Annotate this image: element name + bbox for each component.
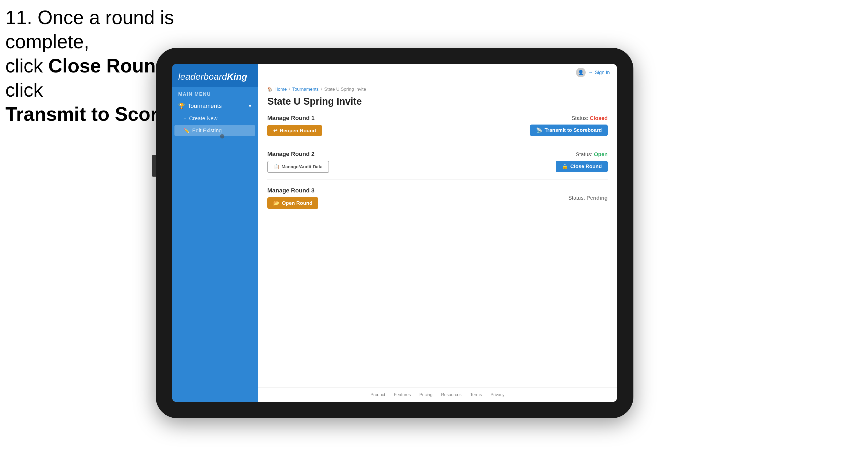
- round-3-status: Status: Pending: [568, 195, 608, 201]
- breadcrumb: 🏠 Home / Tournaments / State U Spring In…: [267, 87, 608, 92]
- round-1-right: Status: Closed 📡 Transmit to Scoreboard: [530, 115, 608, 136]
- open-icon: 📂: [273, 200, 280, 206]
- chevron-down-icon: ▾: [249, 103, 251, 109]
- footer-resources[interactable]: Resources: [441, 393, 461, 397]
- sign-in-button[interactable]: → Sign In: [588, 70, 610, 75]
- instruction-bold1: Close Round: [48, 55, 167, 76]
- main-content: 👤 → Sign In 🏠 Home / Tournaments / State…: [258, 64, 617, 402]
- round-2-right: Status: Open 🔒 Close Round: [556, 151, 608, 172]
- footer-privacy[interactable]: Privacy: [490, 393, 504, 397]
- round-1-title: Manage Round 1: [267, 115, 322, 122]
- nav-create-new-label: Create New: [189, 116, 218, 122]
- footer-terms[interactable]: Terms: [470, 393, 482, 397]
- footer: Product Features Pricing Resources Terms…: [258, 387, 617, 402]
- main-menu-label: MAIN MENU: [172, 87, 258, 99]
- reopen-round-button[interactable]: ↩ Reopen Round: [267, 125, 322, 136]
- home-icon: 🏠: [267, 87, 272, 92]
- transmit-scoreboard-label: Transmit to Scoreboard: [545, 127, 602, 133]
- manage-audit-button[interactable]: 📋 Manage/Audit Data: [267, 161, 329, 173]
- round-3-status-label: Status:: [568, 195, 585, 201]
- top-bar: 👤 → Sign In: [258, 64, 617, 81]
- logo: leaderboardKing: [178, 71, 251, 82]
- logo-area: leaderboardKing: [172, 64, 258, 87]
- round-1-status-value: Closed: [590, 115, 608, 121]
- trophy-icon: 🏆: [178, 103, 185, 109]
- instruction-line1: 11. Once a round is complete,: [5, 7, 174, 52]
- audit-icon: 📋: [274, 164, 279, 169]
- round-3-section: Manage Round 3 📂 Open Round Status: Pend…: [267, 187, 608, 215]
- breadcrumb-tournaments[interactable]: Tournaments: [292, 87, 318, 92]
- edit-icon: ✏️: [184, 128, 189, 134]
- round-2-section: Manage Round 2 📋 Manage/Audit Data Statu…: [267, 151, 608, 180]
- round-3-title: Manage Round 3: [267, 187, 318, 194]
- transmit-scoreboard-button[interactable]: 📡 Transmit to Scoreboard: [530, 125, 608, 136]
- tablet-screen: leaderboardKing MAIN MENU 🏆 Tournaments …: [172, 64, 617, 402]
- open-round-label: Open Round: [282, 200, 312, 206]
- close-round-button[interactable]: 🔒 Close Round: [556, 161, 608, 172]
- logo-text2: King: [227, 71, 247, 82]
- logo-text1: leaderboard: [178, 71, 227, 82]
- round-1-section: Manage Round 1 ↩ Reopen Round Status: Cl…: [267, 115, 608, 143]
- round-2-status-label: Status:: [576, 151, 592, 157]
- round-1-left: Manage Round 1 ↩ Reopen Round: [267, 115, 322, 136]
- sign-in-label: Sign In: [595, 70, 610, 75]
- footer-pricing[interactable]: Pricing: [419, 393, 432, 397]
- instruction-line2: click: [5, 55, 48, 76]
- nav-tournaments[interactable]: 🏆 Tournaments ▾: [172, 99, 258, 113]
- nav-edit-existing-label: Edit Existing: [192, 127, 222, 134]
- round-3-status-value: Pending: [586, 195, 608, 201]
- tablet-side-button: [152, 155, 156, 177]
- transmit-icon: 📡: [536, 127, 542, 133]
- page-title: State U Spring Invite: [267, 96, 608, 107]
- round-1-status: Status: Closed: [571, 115, 608, 121]
- round-2-status: Status: Open: [576, 151, 608, 158]
- manage-audit-label: Manage/Audit Data: [282, 164, 322, 169]
- reopen-round-label: Reopen Round: [280, 128, 316, 134]
- plus-icon: +: [184, 116, 187, 121]
- round-2-title: Manage Round 2: [267, 151, 329, 158]
- open-round-button[interactable]: 📂 Open Round: [267, 197, 318, 209]
- round-2-left: Manage Round 2 📋 Manage/Audit Data: [267, 151, 329, 173]
- round-2-status-value: Open: [594, 151, 608, 157]
- tablet-frame: leaderboardKing MAIN MENU 🏆 Tournaments …: [156, 48, 633, 418]
- breadcrumb-sep2: /: [321, 87, 322, 92]
- nav-create-new[interactable]: + Create New: [172, 113, 258, 124]
- breadcrumb-home[interactable]: Home: [275, 87, 287, 92]
- footer-product[interactable]: Product: [370, 393, 385, 397]
- avatar: 👤: [576, 68, 586, 77]
- close-round-label: Close Round: [570, 163, 602, 169]
- content-body: 🏠 Home / Tournaments / State U Spring In…: [258, 81, 617, 387]
- round-3-left: Manage Round 3 📂 Open Round: [267, 187, 318, 209]
- sign-in-arrow-icon: →: [588, 70, 593, 75]
- footer-features[interactable]: Features: [394, 393, 411, 397]
- breadcrumb-current: State U Spring Invite: [324, 87, 366, 92]
- round-1-status-label: Status:: [571, 115, 588, 121]
- round-3-right: Status: Pending: [568, 195, 608, 201]
- close-icon: 🔒: [562, 163, 568, 169]
- sidebar: leaderboardKing MAIN MENU 🏆 Tournaments …: [172, 64, 258, 402]
- nav-edit-existing[interactable]: ✏️ Edit Existing: [175, 125, 255, 136]
- nav-tournaments-label: Tournaments: [188, 102, 222, 110]
- reopen-icon: ↩: [273, 127, 278, 134]
- breadcrumb-sep1: /: [289, 87, 290, 92]
